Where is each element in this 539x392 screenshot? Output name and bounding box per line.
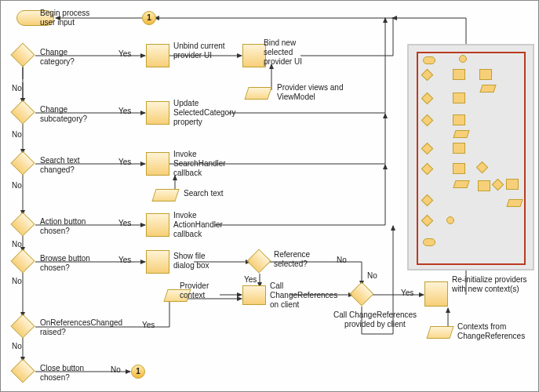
d1-no: No	[12, 84, 22, 93]
d5-yes: Yes	[118, 256, 131, 265]
d3-yes: Yes	[118, 158, 131, 167]
data-views	[244, 87, 271, 100]
process-unbind	[146, 44, 169, 67]
process-update-cat	[146, 101, 169, 125]
decision-onrefchanged-label: OnReferencesChanged raised?	[40, 318, 134, 337]
thumbnail-highlight	[417, 52, 526, 265]
process-action-label: Invoke ActionHandler callback	[173, 211, 244, 239]
flowchart: Begin process user input 1 Change catego…	[0, 0, 539, 392]
process-bind	[242, 44, 266, 67]
connector-1-top: 1	[142, 11, 156, 25]
d8-yes: Yes	[401, 289, 413, 298]
decision-client-change-label: Call ChangeReferences provided by client	[332, 310, 418, 329]
d5b-yes: Yes	[244, 275, 257, 285]
process-reinit-label: Re-initialize providers with new context…	[452, 275, 530, 294]
d4-yes: Yes	[118, 219, 131, 228]
process-unbind-label: Unbind current provider UI	[173, 42, 228, 60]
decision-subcategory-label: Change subcategory?	[40, 105, 99, 124]
d7-no: No	[111, 365, 121, 375]
process-browse	[146, 250, 169, 274]
process-browse-label: Show file dialog box	[173, 252, 224, 270]
process-search	[146, 152, 169, 176]
data-contexts-out-label: Contexts from ChangeReferences	[457, 322, 536, 341]
d8-no: No	[367, 271, 377, 281]
decision-search-label: Search text changed?	[40, 156, 95, 175]
d6-no: No	[12, 342, 22, 351]
d1-yes: Yes	[118, 49, 131, 59]
decision-close-label: Close button chosen?	[40, 364, 103, 383]
process-reinit	[424, 281, 448, 307]
process-callchange-label: Call ChangeReferences on client	[270, 281, 348, 310]
d5b-no: No	[337, 256, 347, 265]
process-update-cat-label: Update SelectedCategory property	[173, 99, 252, 127]
data-search	[151, 189, 179, 201]
d3-no: No	[12, 181, 22, 191]
decision-action-label: Action button chosen?	[40, 217, 103, 236]
d4-no: No	[12, 240, 22, 249]
d5-no: No	[12, 277, 22, 286]
d2-yes: Yes	[118, 107, 131, 116]
data-views-label: Provider views and ViewModel	[277, 83, 355, 102]
process-search-label: Invoke SearchHandler callback	[173, 150, 244, 178]
d2-no: No	[12, 130, 22, 140]
d6-yes: Yes	[142, 321, 155, 330]
data-context-label: Provider context	[180, 281, 223, 300]
data-contexts-out	[426, 326, 453, 339]
process-callchange	[242, 285, 266, 305]
data-search-label: Search text	[184, 189, 239, 198]
thumbnail-panel	[407, 44, 534, 270]
connector-1-bottom: 1	[131, 365, 145, 379]
decision-category-label: Change category?	[40, 48, 87, 67]
process-action	[146, 213, 169, 237]
decision-browse-label: Browse button chosen?	[40, 254, 107, 273]
process-bind-label: Bind new selected provider UI	[264, 38, 322, 67]
start-label: Begin process user input	[40, 9, 103, 27]
decision-refselected-label: Reference selected?	[274, 250, 321, 269]
